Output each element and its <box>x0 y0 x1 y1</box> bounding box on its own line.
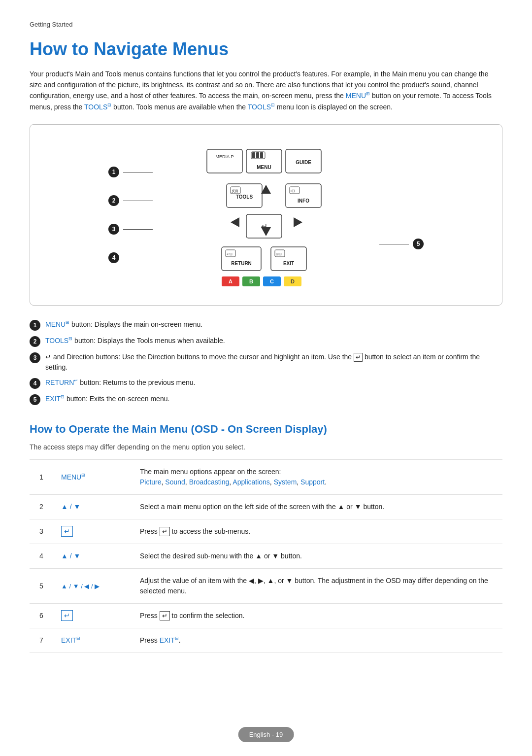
tools-inline-ref: TOOLS⊟ <box>84 103 111 111</box>
tools-inline-ref2: TOOLS⊟ <box>248 103 275 111</box>
svg-rect-3 <box>252 152 255 158</box>
svg-marker-22 <box>294 217 302 227</box>
callout-3: 3 <box>108 224 153 235</box>
callout-labels-left: 1 2 3 4 <box>108 167 153 263</box>
subsection-subtitle: The access steps may differ depending on… <box>30 442 502 452</box>
bullet-item-2: 2 TOOLS⊟ button: Displays the Tools menu… <box>30 336 502 347</box>
osd-desc-4: Select the desired sub-menu with the ▲ o… <box>132 544 502 569</box>
bullet-num-2: 2 <box>30 336 40 347</box>
bullet-num-5: 5 <box>30 394 40 405</box>
section-label: Getting Started <box>30 20 502 30</box>
osd-row-2: 2 ▲ / ▼ Select a main menu option on the… <box>30 495 502 519</box>
remote-diagram: 1 2 3 4 <box>30 124 502 306</box>
osd-row-3: 3 ↵ Press ↵ to access the sub-menus. <box>30 519 502 544</box>
svg-text:B: B <box>249 278 253 284</box>
svg-text:TOOLS: TOOLS <box>236 194 253 200</box>
svg-marker-19 <box>231 217 239 227</box>
osd-desc-3: Press ↵ to access the sub-menus. <box>132 519 502 544</box>
callout-line-5 <box>379 244 409 245</box>
osd-icon-2: ▲ / ▼ <box>53 495 132 519</box>
callout-circle-1: 1 <box>108 167 119 177</box>
osd-row-5: 5 ▲ / ▼ / ◀ / ▶ Adjust the value of an i… <box>30 569 502 604</box>
remote-svg: MEDIA.P MENU GUIDE 反目 <box>182 139 350 290</box>
callout-line-2 <box>123 201 153 202</box>
bullet-text-3: ↵ and Direction buttons: Use the Directi… <box>45 352 502 373</box>
svg-text:反目: 反目 <box>232 189 238 193</box>
svg-text:EXIT: EXIT <box>283 261 294 266</box>
osd-num-6: 6 <box>30 604 53 628</box>
callout-right: 5 <box>379 141 424 289</box>
svg-rect-0 <box>207 149 242 173</box>
svg-rect-15 <box>286 184 321 207</box>
bullet-item-5: 5 EXIT⊟ button: Exits the on-screen menu… <box>30 394 502 405</box>
svg-text:INFO: INFO <box>298 198 309 204</box>
osd-desc-6: Press ↵ to confirm the selection. <box>132 604 502 628</box>
osd-table: 1 MENU⊞ The main menu options appear on … <box>30 459 502 653</box>
svg-text:GUIDE: GUIDE <box>296 160 311 165</box>
osd-row-7: 7 EXIT⊟ Press EXIT⊟. <box>30 628 502 653</box>
bullet-text-4: RETURN↩ button: Returns to the previous … <box>45 378 195 388</box>
remote-svg-image: MEDIA.P MENU GUIDE 反目 <box>182 139 350 287</box>
callout-4: 4 <box>108 252 153 263</box>
callout-2: 2 <box>108 195 153 206</box>
osd-desc-2: Select a main menu option on the left si… <box>132 495 502 519</box>
osd-icon-3: ↵ <box>53 519 132 544</box>
callout-5: 5 <box>379 239 424 249</box>
bullet-item-1: 1 MENU⊞ button: Displays the main on-scr… <box>30 319 502 331</box>
osd-icon-7: EXIT⊟ <box>53 628 132 653</box>
svg-rect-4 <box>256 152 259 158</box>
callout-line-3 <box>123 229 153 230</box>
svg-text:i⊟: i⊟ <box>291 189 295 193</box>
svg-rect-24 <box>222 247 261 271</box>
bullet-text-1: MENU⊞ button: Displays the main on-scree… <box>45 319 202 330</box>
osd-icon-4: ▲ / ▼ <box>53 544 132 569</box>
svg-rect-5 <box>260 152 263 158</box>
osd-icon-6: ↵ <box>53 604 132 628</box>
bullet-num-3: 3 <box>30 352 40 363</box>
osd-num-4: 4 <box>30 544 53 569</box>
osd-num-2: 2 <box>30 495 53 519</box>
svg-text:RETURN: RETURN <box>231 261 252 266</box>
callout-circle-4: 4 <box>108 252 119 263</box>
page-footer: English - 19 <box>238 727 294 743</box>
svg-text:MENU: MENU <box>257 165 271 170</box>
bullet-item-3: 3 ↵ and Direction buttons: Use the Direc… <box>30 352 502 373</box>
callout-circle-2: 2 <box>108 195 119 206</box>
osd-row-6: 6 ↵ Press ↵ to confirm the selection. <box>30 604 502 628</box>
osd-num-5: 5 <box>30 569 53 604</box>
svg-text:⊞⊟: ⊞⊟ <box>276 252 282 256</box>
osd-desc-7: Press EXIT⊟. <box>132 628 502 653</box>
osd-desc-1: The main menu options appear on the scre… <box>132 460 502 495</box>
callout-1: 1 <box>108 167 153 177</box>
page-title: How to Navigate Menus <box>30 38 502 60</box>
osd-row-4: 4 ▲ / ▼ Select the desired sub-menu with… <box>30 544 502 569</box>
osd-desc-5: Adjust the value of an item with the ◀, … <box>132 569 502 604</box>
svg-text:C: C <box>270 278 274 284</box>
osd-num-1: 1 <box>30 460 53 495</box>
subsection-title: How to Operate the Main Menu (OSD - On S… <box>30 421 502 437</box>
callout-line-4 <box>123 258 153 259</box>
bullet-num-4: 4 <box>30 378 40 389</box>
osd-row-1: 1 MENU⊞ The main menu options appear on … <box>30 460 502 495</box>
bullet-text-2: TOOLS⊟ button: Displays the Tools menus … <box>45 336 225 346</box>
svg-text:D: D <box>291 278 295 284</box>
svg-text:↩⊟: ↩⊟ <box>227 252 233 256</box>
callout-line-1 <box>123 172 153 173</box>
svg-marker-14 <box>261 185 271 194</box>
callout-circle-3: 3 <box>108 224 119 235</box>
svg-text:MEDIA.P: MEDIA.P <box>215 154 233 159</box>
bullet-list: 1 MENU⊞ button: Displays the main on-scr… <box>30 319 502 405</box>
menu-inline-ref: MENU⊞ <box>346 92 370 100</box>
osd-num-7: 7 <box>30 628 53 653</box>
osd-num-3: 3 <box>30 519 53 544</box>
svg-rect-28 <box>271 247 306 271</box>
intro-paragraph: Your product's Main and Tools menus cont… <box>30 69 502 113</box>
bullet-item-4: 4 RETURN↩ button: Returns to the previou… <box>30 378 502 389</box>
bullet-text-5: EXIT⊟ button: Exits the on-screen menu. <box>45 394 169 404</box>
osd-icon-5: ▲ / ▼ / ◀ / ▶ <box>53 569 132 604</box>
callout-circle-5: 5 <box>413 239 424 249</box>
osd-icon-1: MENU⊞ <box>53 460 132 495</box>
bullet-num-1: 1 <box>30 320 40 331</box>
svg-text:A: A <box>229 278 233 284</box>
